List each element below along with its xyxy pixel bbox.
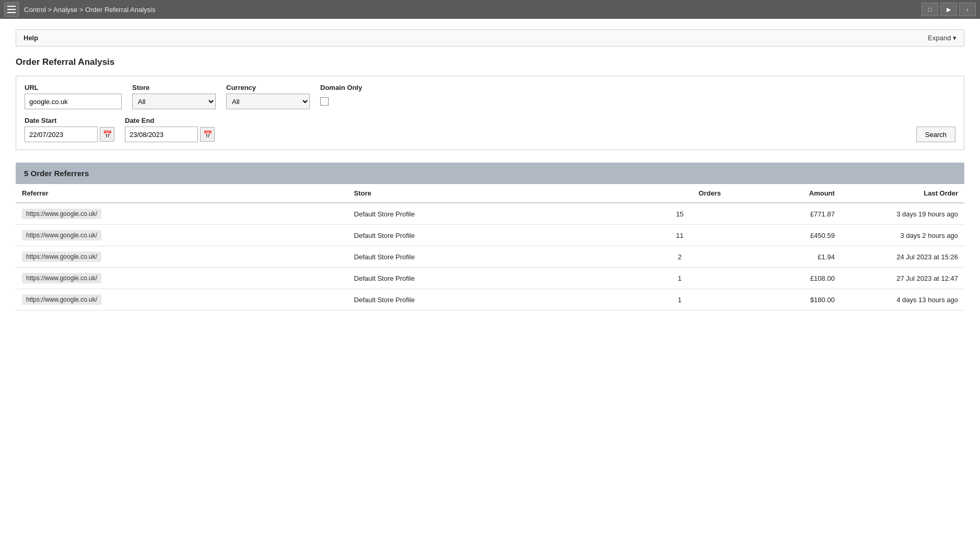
cell-orders: 1 <box>632 289 727 311</box>
col-header-orders: Orders <box>632 184 727 203</box>
cell-last-order: 24 Jul 2023 at 15:26 <box>841 246 964 268</box>
cell-last-order: 3 days 19 hours ago <box>841 203 964 225</box>
cell-store: Default Store Profile <box>348 289 633 311</box>
store-group: Store All Default Store Profile <box>132 84 216 109</box>
cell-store: Default Store Profile <box>348 225 633 246</box>
top-bar: Control > Analyse > Order Referral Analy… <box>0 0 980 19</box>
col-header-store: Store <box>348 184 633 203</box>
currency-group: Currency All GBP USD <box>226 84 310 109</box>
currency-select[interactable]: All GBP USD <box>226 94 310 109</box>
cell-amount: £1.94 <box>727 246 841 268</box>
cell-last-order: 3 days 2 hours ago <box>841 225 964 246</box>
date-start-group: Date Start 📅 <box>25 117 114 142</box>
url-label: URL <box>25 84 122 91</box>
cell-last-order: 4 days 13 hours ago <box>841 289 964 311</box>
results-section: 5 Order Referrers Referrer Store Orders … <box>16 163 964 311</box>
store-label: Store <box>132 84 216 91</box>
date-start-calendar-icon[interactable]: 📅 <box>100 127 114 142</box>
restore-button[interactable]: □ <box>921 3 938 16</box>
table-row: https://www.google.co.uk/Default Store P… <box>16 289 964 311</box>
cell-referrer[interactable]: https://www.google.co.uk/ <box>16 203 348 225</box>
results-header: 5 Order Referrers <box>16 163 964 184</box>
domain-only-checkbox[interactable] <box>320 97 329 106</box>
form-row-1: URL Store All Default Store Profile Curr… <box>25 84 955 109</box>
date-end-calendar-icon[interactable]: 📅 <box>200 127 215 142</box>
cell-referrer[interactable]: https://www.google.co.uk/ <box>16 289 348 311</box>
store-select[interactable]: All Default Store Profile <box>132 94 216 109</box>
date-start-input[interactable] <box>25 127 98 142</box>
table-row: https://www.google.co.uk/Default Store P… <box>16 246 964 268</box>
breadcrumb: Control > Analyse > Order Referral Analy… <box>24 6 916 14</box>
cell-referrer[interactable]: https://www.google.co.uk/ <box>16 246 348 268</box>
col-header-amount: Amount <box>727 184 841 203</box>
main-content: Help Expand ▾ Order Referral Analysis UR… <box>0 19 980 550</box>
table-header-row: Referrer Store Orders Amount Last Order <box>16 184 964 203</box>
table-row: https://www.google.co.uk/Default Store P… <box>16 225 964 246</box>
cell-orders: 15 <box>632 203 727 225</box>
table-row: https://www.google.co.uk/Default Store P… <box>16 268 964 289</box>
expand-button[interactable]: Expand ▾ <box>928 34 956 42</box>
domain-only-wrapper <box>320 94 362 109</box>
cell-referrer[interactable]: https://www.google.co.uk/ <box>16 268 348 289</box>
col-header-lastorder: Last Order <box>841 184 964 203</box>
search-button[interactable]: Search <box>916 127 955 142</box>
date-end-label: Date End <box>125 117 215 124</box>
cell-orders: 11 <box>632 225 727 246</box>
table-row: https://www.google.co.uk/Default Store P… <box>16 203 964 225</box>
help-label: Help <box>24 34 38 42</box>
cell-amount: £108.00 <box>727 268 841 289</box>
cell-amount: $180.00 <box>727 289 841 311</box>
date-end-group: Date End 📅 <box>125 117 215 142</box>
cell-amount: £450.59 <box>727 225 841 246</box>
url-input[interactable] <box>25 94 122 109</box>
maximize-button[interactable]: ▶ <box>940 3 957 16</box>
url-group: URL <box>25 84 122 109</box>
domain-only-group: Domain Only <box>320 84 362 109</box>
window-controls: □ ▶ › <box>921 3 976 16</box>
col-header-referrer: Referrer <box>16 184 348 203</box>
cell-orders: 2 <box>632 246 727 268</box>
cell-store: Default Store Profile <box>348 203 633 225</box>
close-button[interactable]: › <box>959 3 976 16</box>
page-title: Order Referral Analysis <box>16 57 964 67</box>
date-start-input-wrapper: 📅 <box>25 127 114 142</box>
help-bar: Help Expand ▾ <box>16 29 964 47</box>
cell-orders: 1 <box>632 268 727 289</box>
cell-referrer[interactable]: https://www.google.co.uk/ <box>16 225 348 246</box>
cell-store: Default Store Profile <box>348 246 633 268</box>
date-end-input[interactable] <box>125 127 198 142</box>
results-table: Referrer Store Orders Amount Last Order … <box>16 184 964 311</box>
menu-button[interactable] <box>4 2 19 17</box>
currency-label: Currency <box>226 84 310 91</box>
cell-last-order: 27 Jul 2023 at 12:47 <box>841 268 964 289</box>
cell-store: Default Store Profile <box>348 268 633 289</box>
date-start-label: Date Start <box>25 117 114 124</box>
domain-only-label: Domain Only <box>320 84 362 91</box>
search-form: URL Store All Default Store Profile Curr… <box>16 76 964 150</box>
cell-amount: £771.87 <box>727 203 841 225</box>
form-row-2: Date Start 📅 Date End 📅 Search <box>25 117 955 142</box>
date-end-input-wrapper: 📅 <box>125 127 215 142</box>
